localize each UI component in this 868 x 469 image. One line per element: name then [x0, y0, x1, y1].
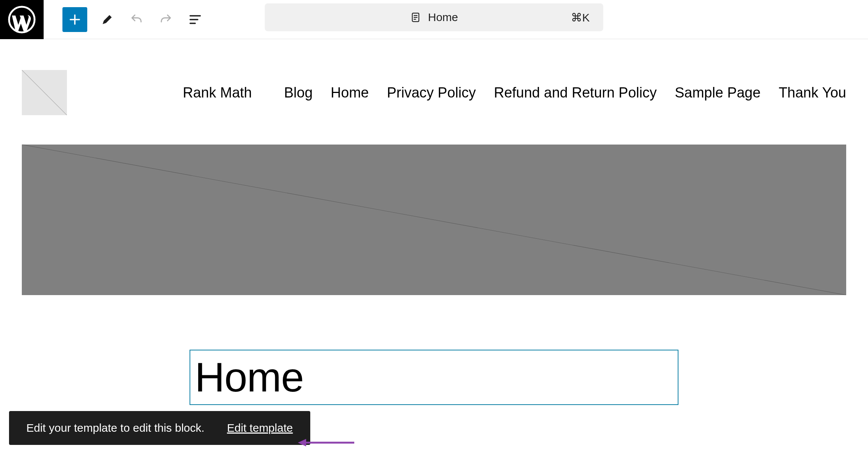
- nav-item-privacy[interactable]: Privacy Policy: [387, 85, 476, 101]
- featured-image-placeholder[interactable]: [22, 145, 846, 295]
- list-view-icon: [188, 12, 203, 27]
- document-bar-left: Home: [410, 11, 458, 24]
- nav-item-thankyou[interactable]: Thank You: [778, 85, 846, 101]
- post-title-text: Home: [195, 353, 673, 401]
- toolbar-actions: [44, 7, 205, 32]
- nav-item-home[interactable]: Home: [331, 85, 369, 101]
- undo-icon: [130, 13, 143, 26]
- post-title-block[interactable]: Home: [190, 350, 678, 405]
- plus-icon: [68, 13, 82, 26]
- page-title-wrap: Home: [22, 350, 846, 405]
- site-header: Rank Math Blog Home Privacy Policy Refun…: [22, 70, 846, 115]
- svg-line-3: [22, 145, 846, 295]
- undo-button[interactable]: [127, 10, 146, 29]
- placeholder-diagonal-icon: [22, 145, 846, 295]
- document-bar-title: Home: [428, 11, 458, 24]
- redo-icon: [159, 13, 173, 26]
- placeholder-diagonal-icon: [22, 70, 67, 115]
- wordpress-logo-icon: [8, 6, 36, 34]
- site-logo-placeholder[interactable]: [22, 70, 67, 115]
- tools-button[interactable]: [98, 10, 117, 29]
- block-inserter-button[interactable]: [62, 7, 87, 32]
- editor-canvas: Rank Math Blog Home Privacy Policy Refun…: [0, 39, 868, 405]
- svg-line-2: [22, 70, 67, 115]
- pencil-icon: [100, 13, 114, 26]
- site-title[interactable]: Rank Math: [183, 85, 252, 101]
- page-icon: [410, 12, 421, 23]
- document-bar[interactable]: Home ⌘K: [265, 3, 603, 31]
- site-navigation: Blog Home Privacy Policy Refund and Retu…: [284, 85, 846, 101]
- document-overview-button[interactable]: [186, 10, 205, 29]
- redo-button[interactable]: [156, 10, 175, 29]
- editor-top-toolbar: Home ⌘K: [0, 0, 868, 39]
- nav-item-refund[interactable]: Refund and Return Policy: [494, 85, 657, 101]
- nav-item-blog[interactable]: Blog: [284, 85, 313, 101]
- nav-item-sample[interactable]: Sample Page: [675, 85, 760, 101]
- wordpress-logo-button[interactable]: [0, 0, 44, 39]
- command-shortcut: ⌘K: [571, 11, 590, 24]
